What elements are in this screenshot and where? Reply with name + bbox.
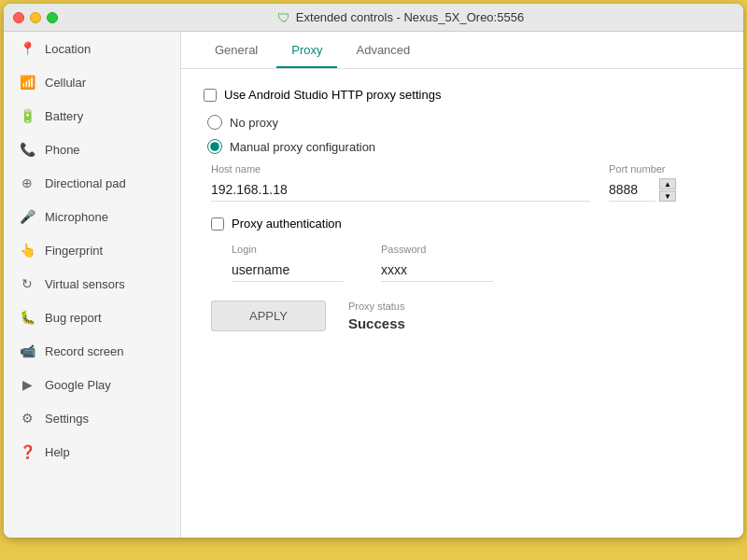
proxy-auth-checkbox[interactable] <box>211 217 224 231</box>
tab-advanced[interactable]: Advanced <box>341 32 425 68</box>
android-studio-proxy-checkbox[interactable] <box>204 89 217 102</box>
proxy-auth-row: Proxy authentication <box>211 217 721 231</box>
location-icon: 📍 <box>19 41 35 56</box>
help-icon: ❓ <box>19 444 35 459</box>
sidebar-label-phone: Phone <box>45 143 80 157</box>
port-value[interactable]: 8888 <box>609 178 655 202</box>
sidebar-label-google-play: Google Play <box>45 378 111 392</box>
battery-icon: 🔋 <box>19 108 35 123</box>
shield-icon: 🛡 <box>277 10 290 25</box>
microphone-icon: 🎤 <box>19 209 35 224</box>
settings-icon: ⚙ <box>19 411 35 426</box>
sidebar-item-bug-report[interactable]: 🐛 Bug report <box>4 301 180 334</box>
host-port-group: Host name 192.168.1.18 Port number 8888 … <box>211 163 721 202</box>
maximize-button[interactable] <box>47 12 58 23</box>
port-spinner: ▲ ▼ <box>659 178 676 202</box>
sidebar-label-directional-pad: Directional pad <box>45 176 126 190</box>
port-field: Port number 8888 ▲ ▼ <box>609 163 721 202</box>
record-screen-icon: 📹 <box>19 343 35 358</box>
no-proxy-label: No proxy <box>230 116 278 130</box>
sidebar-label-bug-report: Bug report <box>45 311 102 325</box>
window-title-area: 🛡 Extended controls - Nexus_5X_Oreo:5556 <box>67 10 734 25</box>
apply-section: APPLY Proxy status Success <box>211 301 721 331</box>
proxy-status: Proxy status Success <box>348 301 405 331</box>
cellular-icon: 📶 <box>19 75 35 90</box>
password-field: Password xxxx <box>381 244 493 282</box>
sidebar-label-record-screen: Record screen <box>45 344 124 358</box>
phone-icon: 📞 <box>19 142 35 157</box>
manual-proxy-radio[interactable] <box>207 139 222 154</box>
port-label: Port number <box>609 163 721 175</box>
close-button[interactable] <box>13 12 24 23</box>
tab-general[interactable]: General <box>200 32 273 68</box>
port-row: 8888 ▲ ▼ <box>609 178 721 202</box>
proxy-tab-content: Use Android Studio HTTP proxy settings N… <box>181 69 743 350</box>
sidebar-label-battery: Battery <box>45 109 83 123</box>
sidebar-label-help: Help <box>45 445 70 459</box>
sidebar-item-battery[interactable]: 🔋 Battery <box>4 99 180 133</box>
hostname-value[interactable]: 192.168.1.18 <box>211 178 590 202</box>
login-label: Login <box>232 244 344 255</box>
fingerprint-icon: 👆 <box>19 243 35 258</box>
manual-proxy-row: Manual proxy configuration <box>204 139 721 154</box>
content-area: General Proxy Advanced Use Android Studi… <box>181 32 743 538</box>
directional-pad-icon: ⊕ <box>19 175 35 190</box>
sidebar-label-virtual-sensors: Virtual sensors <box>45 277 125 291</box>
sidebar-item-phone[interactable]: 📞 Phone <box>4 133 180 166</box>
login-field: Login username <box>232 244 344 282</box>
sidebar-item-microphone[interactable]: 🎤 Microphone <box>4 200 180 233</box>
proxy-config-section: Host name 192.168.1.18 Port number 8888 … <box>204 163 721 331</box>
proxy-auth-section: Proxy authentication Login username Pass… <box>211 217 721 282</box>
password-label: Password <box>381 244 493 255</box>
sidebar-item-record-screen[interactable]: 📹 Record screen <box>4 334 180 368</box>
port-decrement-button[interactable]: ▼ <box>659 190 676 202</box>
sidebar-item-settings[interactable]: ⚙ Settings <box>4 401 180 435</box>
sidebar-label-location: Location <box>45 42 91 56</box>
sidebar-label-microphone: Microphone <box>45 210 108 224</box>
minimize-button[interactable] <box>30 12 41 23</box>
sidebar-label-fingerprint: Fingerprint <box>45 244 103 258</box>
sidebar-item-virtual-sensors[interactable]: ↻ Virtual sensors <box>4 267 180 301</box>
tab-bar: General Proxy Advanced <box>181 32 743 69</box>
sidebar: 📍 Location 📶 Cellular 🔋 Battery 📞 Phone … <box>4 32 181 538</box>
password-value[interactable]: xxxx <box>381 259 493 282</box>
sidebar-item-google-play[interactable]: ▶ Google Play <box>4 368 180 401</box>
no-proxy-row: No proxy <box>204 115 721 130</box>
main-content: 📍 Location 📶 Cellular 🔋 Battery 📞 Phone … <box>4 32 743 538</box>
sidebar-item-fingerprint[interactable]: 👆 Fingerprint <box>4 233 180 267</box>
no-proxy-radio[interactable] <box>207 115 222 130</box>
window-title: Extended controls - Nexus_5X_Oreo:5556 <box>296 10 524 24</box>
android-studio-proxy-label: Use Android Studio HTTP proxy settings <box>224 88 441 102</box>
sidebar-item-directional-pad[interactable]: ⊕ Directional pad <box>4 166 180 200</box>
manual-proxy-label: Manual proxy configuration <box>230 140 375 154</box>
tab-proxy[interactable]: Proxy <box>276 32 337 68</box>
sidebar-item-help[interactable]: ❓ Help <box>4 435 180 469</box>
hostname-field: Host name 192.168.1.18 <box>211 163 590 202</box>
login-value[interactable]: username <box>232 259 344 282</box>
sidebar-label-cellular: Cellular <box>45 76 86 90</box>
sidebar-item-cellular[interactable]: 📶 Cellular <box>4 65 180 99</box>
android-studio-proxy-row: Use Android Studio HTTP proxy settings <box>204 88 721 102</box>
bug-report-icon: 🐛 <box>19 310 35 325</box>
virtual-sensors-icon: ↻ <box>19 276 35 291</box>
auth-fields: Login username Password xxxx <box>211 244 721 282</box>
sidebar-item-location[interactable]: 📍 Location <box>4 32 180 65</box>
proxy-status-value: Success <box>348 315 405 331</box>
traffic-lights <box>13 12 58 23</box>
port-increment-button[interactable]: ▲ <box>659 178 676 189</box>
titlebar: 🛡 Extended controls - Nexus_5X_Oreo:5556 <box>4 4 743 32</box>
sidebar-label-settings: Settings <box>45 412 89 426</box>
main-window: 🛡 Extended controls - Nexus_5X_Oreo:5556… <box>4 4 743 538</box>
google-play-icon: ▶ <box>19 377 35 392</box>
hostname-label: Host name <box>211 163 590 175</box>
proxy-auth-label: Proxy authentication <box>232 217 342 231</box>
proxy-status-label: Proxy status <box>348 301 405 312</box>
apply-button[interactable]: APPLY <box>211 301 326 331</box>
